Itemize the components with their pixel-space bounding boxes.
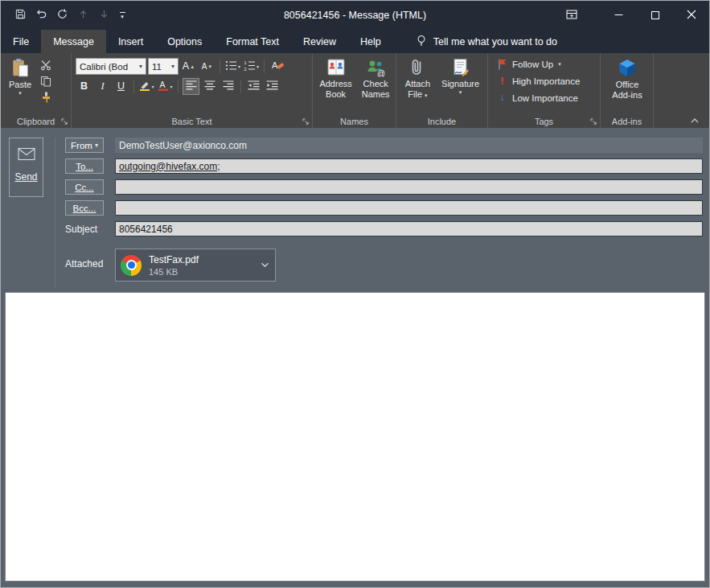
paste-button[interactable]: Paste ▾ xyxy=(5,56,35,114)
message-header: Send From ▾ DemoTestUser@axionco.com To.… xyxy=(1,128,709,287)
clipboard-dialog-launcher[interactable] xyxy=(61,118,68,125)
tab-help[interactable]: Help xyxy=(348,30,393,53)
tab-options[interactable]: Options xyxy=(155,30,214,53)
to-button-label: To... xyxy=(76,162,93,171)
bcc-button-label: Bcc... xyxy=(73,204,96,213)
ribbon: Paste ▾ Clipboard Cali xyxy=(1,53,709,128)
office-addins-button[interactable]: Office Add-ins xyxy=(608,56,646,114)
subject-field[interactable] xyxy=(115,221,703,236)
address-book-button[interactable]: Address Book xyxy=(315,56,355,114)
redo-icon xyxy=(56,8,68,23)
cc-row: Cc... xyxy=(65,179,703,195)
font-color-button[interactable]: A▾ xyxy=(157,78,174,95)
cut-button[interactable] xyxy=(38,59,54,72)
attach-file-button[interactable]: Attach File ▾ xyxy=(401,56,434,114)
maximize-button[interactable] xyxy=(637,1,673,30)
chevron-down-icon: ▾ xyxy=(18,90,22,97)
high-importance-button[interactable]: ! High Importance xyxy=(494,72,586,89)
from-value: DemoTestUser@axionco.com xyxy=(115,138,703,153)
font-name-combobox[interactable]: Calibri (Bod ▾ xyxy=(76,58,146,75)
paperclip-icon xyxy=(410,58,425,77)
follow-up-button[interactable]: Follow Up ▾ xyxy=(494,56,586,72)
check-names-label-line2: Names xyxy=(362,89,390,100)
tab-file[interactable]: File xyxy=(1,30,41,53)
cc-button[interactable]: Cc... xyxy=(65,179,104,195)
attachment-dropdown-button[interactable] xyxy=(254,249,275,281)
minimize-button[interactable] xyxy=(601,1,637,30)
from-row: From ▾ DemoTestUser@axionco.com xyxy=(65,138,703,153)
close-button[interactable] xyxy=(673,1,709,30)
ribbon-group-clipboard: Paste ▾ Clipboard xyxy=(1,53,72,128)
paste-icon xyxy=(11,58,30,78)
signature-icon xyxy=(452,58,470,77)
align-right-button[interactable] xyxy=(220,78,236,95)
underline-button[interactable]: U xyxy=(113,78,129,95)
font-color-icon: A xyxy=(158,80,169,93)
clipboard-group-label: Clipboard xyxy=(17,117,55,126)
redo-button[interactable] xyxy=(52,5,72,26)
font-size-combobox[interactable]: 11 ▾ xyxy=(148,58,179,75)
collapse-ribbon-button[interactable] xyxy=(690,117,700,124)
down-triangle-icon: ▼ xyxy=(207,64,212,69)
quick-access-toolbar: ▾ xyxy=(1,5,129,26)
clear-formatting-button[interactable]: A xyxy=(269,58,285,75)
copy-button[interactable] xyxy=(38,75,54,88)
svg-text:2: 2 xyxy=(244,67,246,71)
up-arrow-icon xyxy=(78,8,88,23)
send-button[interactable]: Send xyxy=(9,138,43,197)
text-highlight-color-button[interactable]: ▾ xyxy=(138,78,155,95)
ribbon-filler xyxy=(654,53,709,128)
numbering-icon: 12 xyxy=(244,60,256,73)
low-importance-icon: ↓ xyxy=(497,93,507,103)
tags-dialog-launcher[interactable] xyxy=(590,118,597,125)
paste-label: Paste xyxy=(9,80,31,90)
italic-button[interactable]: I xyxy=(94,78,111,95)
bullets-button[interactable]: ▾ xyxy=(224,58,241,75)
decrease-indent-button[interactable] xyxy=(245,78,262,95)
bcc-button[interactable]: Bcc... xyxy=(65,200,104,216)
signature-button[interactable]: Signature ▾ xyxy=(437,56,483,114)
attachment-filename: TestFax.pdf xyxy=(149,254,199,265)
tab-review[interactable]: Review xyxy=(291,30,348,53)
low-importance-button[interactable]: ↓ Low Importance xyxy=(494,89,586,106)
ribbon-group-tags: Follow Up ▾ ! High Importance ↓ Low Impo… xyxy=(488,53,601,128)
subject-label: Subject xyxy=(65,224,104,235)
customize-quick-access-toolbar-button[interactable]: ▾ xyxy=(115,12,129,19)
cc-field[interactable] xyxy=(115,179,703,195)
grow-font-button[interactable]: A▲ xyxy=(180,58,197,75)
separator xyxy=(178,80,179,93)
basic-text-dialog-launcher[interactable] xyxy=(302,118,310,125)
align-left-button[interactable] xyxy=(183,78,199,95)
format-painter-button[interactable] xyxy=(38,91,54,104)
tab-insert[interactable]: Insert xyxy=(106,30,155,53)
cc-button-label: Cc... xyxy=(75,183,94,192)
message-body-editor[interactable] xyxy=(5,292,705,582)
ribbon-tab-bar: File Message Insert Options Format Text … xyxy=(1,30,709,53)
tab-message[interactable]: Message xyxy=(41,30,106,53)
tab-format-text[interactable]: Format Text xyxy=(214,30,291,53)
save-button[interactable] xyxy=(10,5,30,26)
previous-item-button[interactable] xyxy=(73,5,92,26)
from-button-label: From xyxy=(71,141,92,150)
shrink-font-button[interactable]: A▼ xyxy=(199,58,215,75)
numbering-button[interactable]: 12▾ xyxy=(243,58,260,75)
from-button[interactable]: From ▾ xyxy=(65,138,104,153)
check-names-button[interactable]: @ Check Names xyxy=(358,56,394,114)
to-field[interactable] xyxy=(115,158,703,174)
subject-row: Subject xyxy=(65,221,703,236)
separator xyxy=(264,60,265,73)
undo-button[interactable] xyxy=(31,5,51,26)
bcc-field[interactable] xyxy=(115,200,703,216)
align-left-icon xyxy=(186,80,197,93)
attachment-chip[interactable]: TestFax.pdf 145 KB xyxy=(115,249,276,282)
ribbon-display-options-button[interactable] xyxy=(553,1,589,30)
next-item-button[interactable] xyxy=(94,5,113,26)
low-importance-label: Low Importance xyxy=(512,93,578,103)
increase-indent-button[interactable] xyxy=(264,78,281,95)
chevron-down-icon: ▾ xyxy=(136,63,142,70)
align-center-button[interactable] xyxy=(201,78,218,95)
office-addins-label-line1: Office xyxy=(616,80,639,90)
to-button[interactable]: To... xyxy=(65,158,104,174)
bold-button[interactable]: B xyxy=(76,78,92,95)
tell-me-box[interactable]: Tell me what you want to do xyxy=(416,30,557,53)
